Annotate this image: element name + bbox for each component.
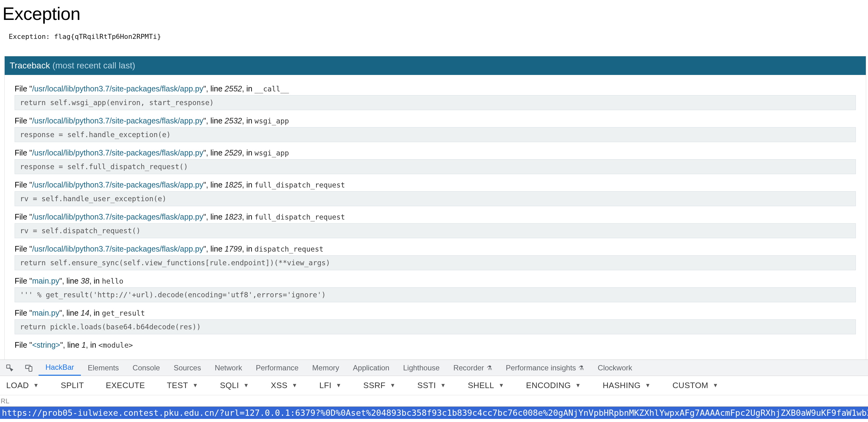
caret-down-icon: ▼ [713, 382, 718, 389]
hackbar-custom-button[interactable]: CUSTOM▼ [666, 376, 725, 395]
caret-down-icon: ▼ [33, 382, 39, 389]
devtools-tab-console[interactable]: Console [126, 360, 167, 376]
url-label: RL [1, 397, 868, 405]
devtools-tab-network[interactable]: Network [208, 360, 249, 376]
hackbar-sqli-button[interactable]: SQLI▼ [214, 376, 255, 395]
frame-header: File "main.py", line 38, in hello [14, 277, 856, 286]
devtools-tab-clockwork[interactable]: Clockwork [591, 360, 639, 376]
frame-header: File "/usr/local/lib/python3.7/site-pack… [14, 213, 856, 221]
svg-rect-2 [29, 366, 32, 371]
button-label: TEST [167, 381, 188, 390]
page-title: Exception [2, 3, 868, 24]
button-label: SSTI [417, 381, 436, 390]
frames-list: File "/usr/local/lib/python3.7/site-pack… [5, 75, 866, 365]
hackbar-xss-button[interactable]: XSS▼ [265, 376, 304, 395]
hackbar-execute-button[interactable]: EXECUTE [99, 376, 151, 395]
flask-icon: ⚗ [487, 364, 492, 371]
traceback-frame[interactable]: File "/usr/local/lib/python3.7/site-pack… [14, 84, 856, 110]
caret-down-icon: ▼ [292, 382, 298, 389]
hackbar-test-button[interactable]: TEST▼ [160, 376, 205, 395]
devtools-tab-recorder[interactable]: Recorder ⚗ [446, 360, 499, 376]
hackbar-hashing-button[interactable]: HASHING▼ [596, 376, 657, 395]
traceback-container: Traceback (most recent call last) File "… [4, 56, 866, 394]
frame-code: rv = self.dispatch_request() [14, 223, 856, 238]
frame-header: File "/usr/local/lib/python3.7/site-pack… [14, 148, 856, 157]
devtools-tab-performance[interactable]: Performance [249, 360, 305, 376]
button-label: SHELL [468, 381, 494, 390]
traceback-frame[interactable]: File "/usr/local/lib/python3.7/site-pack… [14, 181, 856, 206]
caret-down-icon: ▼ [193, 382, 198, 389]
devtools-panel: HackBarElementsConsoleSourcesNetworkPerf… [0, 359, 868, 422]
frame-code: rv = self.handle_user_exception(e) [14, 191, 856, 206]
url-input[interactable]: https://prob05-iulwiexe.contest.pku.edu.… [0, 407, 868, 419]
frame-code: return self.ensure_sync(self.view_functi… [14, 255, 856, 270]
hackbar-lfi-button[interactable]: LFI▼ [313, 376, 347, 395]
url-section: RL https://prob05-iulwiexe.contest.pku.e… [0, 395, 868, 419]
caret-down-icon: ▼ [336, 382, 342, 389]
button-label: ENCODING [526, 381, 571, 390]
button-label: LFI [319, 381, 331, 390]
device-toggle-icon[interactable] [19, 360, 38, 376]
devtools-tab-lighthouse[interactable]: Lighthouse [396, 360, 446, 376]
frame-code: response = self.handle_exception(e) [14, 127, 856, 142]
traceback-header-bold: Traceback [10, 61, 50, 70]
devtools-tab-elements[interactable]: Elements [81, 360, 126, 376]
frame-code: return self.wsgi_app(environ, start_resp… [14, 95, 856, 110]
button-label: EXECUTE [106, 381, 145, 390]
traceback-frame[interactable]: File "/usr/local/lib/python3.7/site-pack… [14, 213, 856, 238]
flask-icon: ⚗ [578, 364, 584, 371]
button-label: SSRF [363, 381, 385, 390]
hackbar-ssrf-button[interactable]: SSRF▼ [357, 376, 402, 395]
hackbar-load-button[interactable]: LOAD▼ [0, 376, 45, 395]
traceback-frame[interactable]: File "/usr/local/lib/python3.7/site-pack… [14, 245, 856, 270]
frame-header: File "/usr/local/lib/python3.7/site-pack… [14, 116, 856, 125]
button-label: SPLIT [61, 381, 84, 390]
caret-down-icon: ▼ [499, 382, 504, 389]
frame-header: File "/usr/local/lib/python3.7/site-pack… [14, 84, 856, 93]
traceback-frame[interactable]: File "main.py", line 38, in hello''' % g… [14, 277, 856, 302]
devtools-tab-performance-insights[interactable]: Performance insights ⚗ [499, 360, 591, 376]
hackbar-split-button[interactable]: SPLIT [55, 376, 90, 395]
devtools-tab-hackbar[interactable]: HackBar [38, 360, 81, 376]
hackbar-toolbar: LOAD▼SPLITEXECUTETEST▼SQLI▼XSS▼LFI▼SSRF▼… [0, 376, 868, 395]
frame-code: return pickle.loads(base64.b64decode(res… [14, 319, 856, 334]
traceback-frame[interactable]: File "/usr/local/lib/python3.7/site-pack… [14, 148, 856, 174]
exception-message: Exception: flag{qTRqilRtTp6Hon2RPMTi} [9, 33, 868, 40]
hackbar-ssti-button[interactable]: SSTI▼ [411, 376, 452, 395]
button-label: CUSTOM [673, 381, 708, 390]
button-label: SQLI [220, 381, 239, 390]
devtools-tab-application[interactable]: Application [346, 360, 396, 376]
traceback-frame[interactable]: File "/usr/local/lib/python3.7/site-pack… [14, 116, 856, 142]
frame-header: File "/usr/local/lib/python3.7/site-pack… [14, 245, 856, 254]
frame-header: File "/usr/local/lib/python3.7/site-pack… [14, 181, 856, 189]
inspect-icon[interactable] [0, 360, 19, 376]
caret-down-icon: ▼ [440, 382, 446, 389]
caret-down-icon: ▼ [243, 382, 249, 389]
caret-down-icon: ▼ [575, 382, 581, 389]
devtools-tab-memory[interactable]: Memory [306, 360, 346, 376]
button-label: XSS [271, 381, 288, 390]
traceback-frame[interactable]: File "<string>", line 1, in <module> [14, 340, 856, 350]
frame-code: response = self.full_dispatch_request() [14, 159, 856, 174]
frame-header: File "<string>", line 1, in <module> [14, 340, 856, 350]
traceback-header-light: (most recent call last) [52, 61, 135, 70]
caret-down-icon: ▼ [390, 382, 396, 389]
frame-code: ''' % get_result('http://'+url).decode(e… [14, 287, 856, 302]
button-label: HASHING [602, 381, 641, 390]
traceback-header[interactable]: Traceback (most recent call last) [5, 56, 866, 75]
hackbar-shell-button[interactable]: SHELL▼ [462, 376, 510, 395]
hackbar-encoding-button[interactable]: ENCODING▼ [520, 376, 587, 395]
devtools-tab-sources[interactable]: Sources [167, 360, 208, 376]
button-label: LOAD [6, 381, 29, 390]
frame-header: File "main.py", line 14, in get_result [14, 309, 856, 318]
devtools-tabs: HackBarElementsConsoleSourcesNetworkPerf… [0, 360, 868, 376]
caret-down-icon: ▼ [645, 382, 651, 389]
traceback-frame[interactable]: File "main.py", line 14, in get_resultre… [14, 309, 856, 334]
